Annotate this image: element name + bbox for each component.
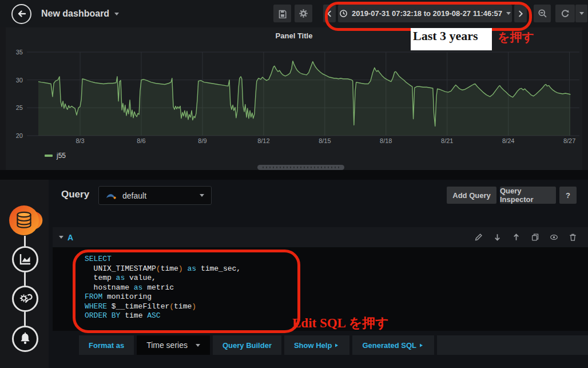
tab-connector: [24, 236, 26, 246]
refresh-button[interactable]: [555, 5, 575, 22]
legend-series-name: j55: [57, 152, 66, 160]
svg-text:8/12: 8/12: [257, 137, 269, 144]
save-dashboard-button[interactable]: [273, 5, 291, 22]
generated-sql-label: Generated SQL: [362, 341, 416, 350]
tab-visualization[interactable]: [12, 246, 38, 272]
time-range-picker[interactable]: 2019-07-31 07:32:18 to 2019-08-27 11:46:…: [338, 5, 512, 22]
help-button[interactable]: ?: [559, 187, 577, 204]
svg-text:8/27: 8/27: [563, 137, 575, 144]
query-inspector-button[interactable]: Query Inspector: [500, 187, 556, 204]
datasource-dropdown[interactable]: default: [98, 186, 212, 205]
format-as-dropdown[interactable]: Time series: [137, 335, 210, 355]
tab-general-settings[interactable]: [12, 286, 38, 312]
refresh-icon: [561, 9, 570, 18]
query-ref-id: A: [67, 233, 73, 242]
svg-text:8/15: 8/15: [319, 137, 331, 144]
expand-right-icon: [335, 344, 340, 347]
gear-wrench-icon: [18, 292, 33, 306]
dashboard-title-caret-icon[interactable]: [114, 13, 119, 18]
time-range-label: 2019-07-31 07:32:18 to 2019-08-27 11:46:…: [352, 9, 502, 18]
svg-text:30: 30: [16, 77, 23, 84]
panel-gap: [0, 170, 588, 180]
zoom-out-icon: [538, 9, 547, 18]
delete-trash-icon[interactable]: [569, 233, 577, 242]
top-nav: New dashboard 2019-07-31 07:32:18 to 201…: [0, 0, 588, 27]
tab-alert[interactable]: [12, 326, 38, 352]
move-down-icon[interactable]: [493, 233, 502, 242]
svg-text:20: 20: [16, 132, 23, 139]
query-section-label: Query: [61, 189, 89, 200]
edit-pencil-icon[interactable]: [474, 233, 483, 242]
back-arrow-icon: [17, 9, 26, 18]
time-range-caret-icon: [506, 12, 511, 17]
svg-text:25: 25: [16, 104, 23, 111]
format-as-value: Time series: [146, 341, 188, 350]
tab-connector: [24, 312, 26, 326]
expand-right-icon: [420, 344, 424, 347]
svg-text:8/3: 8/3: [76, 137, 84, 144]
query-builder-button[interactable]: Query Builder: [213, 335, 281, 355]
toggle-visibility-eye-icon[interactable]: [550, 233, 558, 242]
dashboard-settings-button[interactable]: [295, 5, 312, 22]
datasource-caret-icon: [200, 194, 204, 199]
svg-text:8/18: 8/18: [380, 137, 392, 144]
show-help-label: Show Help: [294, 341, 332, 350]
zoom-out-button[interactable]: [534, 5, 551, 22]
format-as-label: Format as: [79, 335, 134, 355]
move-up-icon[interactable]: [512, 233, 521, 242]
timeseries-chart: 8/38/68/98/128/158/188/218/248/273530252…: [6, 27, 582, 151]
datasource-name: default: [122, 191, 146, 200]
panel-resize-handle[interactable]: [257, 165, 344, 170]
database-icon: [18, 212, 31, 228]
clock-icon: [339, 9, 348, 18]
gear-icon: [299, 9, 308, 18]
duplicate-icon[interactable]: [531, 233, 539, 242]
format-caret-icon: [196, 344, 200, 349]
add-query-button[interactable]: Add Query: [447, 187, 496, 204]
chart-icon: [18, 252, 33, 267]
chevron-left-icon: [325, 10, 333, 18]
tab-queries-active[interactable]: [6, 204, 46, 237]
time-range-back-button[interactable]: [323, 5, 336, 22]
time-range-forward-button[interactable]: [514, 5, 527, 22]
query-row-actions: [474, 233, 577, 242]
mysql-icon: [106, 192, 117, 200]
chevron-right-icon: [517, 10, 525, 18]
refresh-interval-dropdown[interactable]: [575, 5, 587, 22]
query-editor: A: [53, 227, 588, 355]
save-icon: [278, 9, 287, 18]
show-help-button[interactable]: Show Help: [284, 335, 349, 355]
bell-icon: [18, 332, 32, 346]
generated-sql-button[interactable]: Generated SQL: [352, 335, 434, 355]
format-bar-filler: [437, 335, 588, 355]
svg-text:8/21: 8/21: [441, 137, 453, 144]
dashboard-panel: Panel Title 8/38/68/98/128/158/188/218/2…: [6, 27, 582, 170]
svg-text:35: 35: [16, 49, 23, 56]
tab-connector: [24, 272, 26, 286]
query-row-header[interactable]: A: [53, 227, 588, 247]
format-bar: Format as Time series Query Builder Show…: [79, 335, 588, 355]
svg-text:8/24: 8/24: [502, 137, 514, 144]
refresh-caret-icon: [579, 12, 584, 17]
dashboard-title[interactable]: New dashboard: [41, 9, 109, 19]
svg-text:8/9: 8/9: [198, 137, 206, 144]
chart-legend[interactable]: j55: [45, 152, 66, 160]
legend-color-swatch: [45, 155, 53, 157]
sql-code[interactable]: SELECT UNIX_TIMESTAMP(time) as time_sec,…: [53, 247, 588, 331]
collapse-caret-icon[interactable]: [59, 236, 63, 241]
back-button[interactable]: [11, 4, 31, 24]
svg-text:8/6: 8/6: [137, 137, 145, 144]
query-section: Query default Add Query Query Inspector …: [49, 180, 588, 368]
